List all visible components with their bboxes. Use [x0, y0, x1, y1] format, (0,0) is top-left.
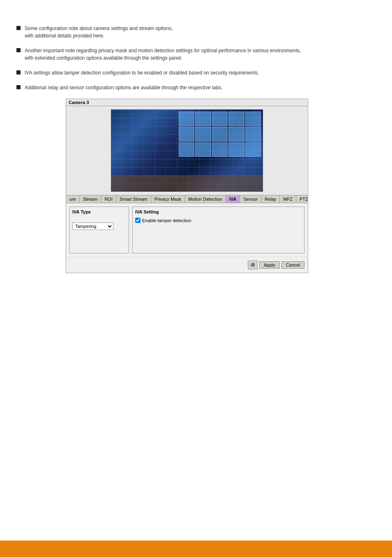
monitor-cell [179, 142, 194, 157]
settings-icon: ⚙ [251, 262, 255, 268]
monitor-cell [179, 111, 194, 126]
bullet-item-1: Some configuration note about camera set… [16, 25, 376, 39]
tab-smart-stream[interactable]: Smart Stream [116, 195, 151, 203]
bullet-icon-3 [16, 70, 21, 74]
iva-setting-box: IVA Setting Enable tamper detection [132, 207, 304, 253]
tab-roi[interactable]: ROI [101, 195, 116, 203]
desk-area [111, 175, 263, 192]
tab-bar: ure Stream ROI Smart Stream Privacy Mask… [66, 195, 308, 203]
footer-bar [0, 541, 392, 557]
monitor-cell [228, 142, 244, 157]
tab-mfz[interactable]: MFZ [280, 195, 296, 203]
tab-ure[interactable]: ure [66, 195, 80, 203]
monitor-cell [245, 111, 261, 126]
monitor-cell [212, 111, 228, 126]
cancel-button[interactable]: Cancel [281, 261, 304, 269]
monitor-cell [212, 127, 228, 141]
camera-image [111, 109, 263, 192]
bullet-item-2: Another important note regarding privacy… [16, 47, 376, 62]
iva-type-dropdown-row: Tampering Motion Line Crossing Field Det… [72, 223, 126, 230]
tab-iva[interactable]: IVA [226, 195, 240, 203]
page-content: Some configuration note about camera set… [0, 0, 392, 290]
iva-setting-title: IVA Setting [135, 209, 302, 214]
monitor-cell [228, 127, 244, 141]
monitor-cell [179, 127, 194, 141]
tab-sensor[interactable]: Sensor [240, 195, 261, 203]
monitor-cell [195, 111, 211, 126]
bullet-icon-4 [16, 85, 21, 89]
iva-type-select[interactable]: Tampering Motion Line Crossing Field Det… [72, 223, 113, 230]
iva-content: IVA Type Tampering Motion Line Crossing … [66, 203, 308, 257]
bullet-icon-1 [16, 26, 21, 30]
camera-title-bar: Camera 3 [66, 99, 308, 106]
monitor-cell [228, 111, 244, 126]
tab-privacy-mask[interactable]: Privacy Mask [151, 195, 185, 203]
camera-title: Camera 3 [69, 100, 89, 105]
bullet-text-1: Some configuration note about camera set… [25, 25, 376, 39]
bullet-text-4: Additional relay and sensor configuratio… [25, 84, 376, 91]
monitor-cell [245, 127, 261, 141]
bullet-text-2: Another important note regarding privacy… [25, 47, 376, 62]
bullet-icon-2 [16, 48, 21, 52]
enable-tamper-checkbox[interactable] [135, 218, 141, 223]
apply-button[interactable]: Apply [259, 261, 280, 269]
monitor-cell [212, 142, 228, 157]
enable-tamper-label: Enable tamper detection [142, 218, 191, 223]
tab-motion-detection[interactable]: Motion Detection [185, 195, 226, 203]
camera-window: Camera 3 [66, 99, 308, 273]
tab-stream[interactable]: Stream [80, 195, 101, 203]
iva-type-title: IVA Type [72, 209, 126, 214]
tab-relay[interactable]: Relay [261, 195, 280, 203]
bullet-item-3: IVA settings allow tamper detection conf… [16, 69, 376, 77]
monitor-cell [245, 142, 261, 157]
button-row: ⚙ Apply Cancel [66, 257, 308, 273]
monitor-cell [195, 142, 211, 157]
bullet-text-3: IVA settings allow tamper detection conf… [25, 69, 376, 77]
camera-preview [66, 106, 308, 195]
monitor-cell [195, 127, 211, 141]
tab-ptz[interactable]: PTZ [296, 195, 308, 203]
bullet-item-4: Additional relay and sensor configuratio… [16, 84, 376, 91]
iva-type-box: IVA Type Tampering Motion Line Crossing … [69, 207, 129, 253]
monitor-grid [179, 111, 261, 157]
settings-icon-button[interactable]: ⚙ [248, 260, 258, 269]
enable-tamper-row: Enable tamper detection [135, 218, 302, 223]
